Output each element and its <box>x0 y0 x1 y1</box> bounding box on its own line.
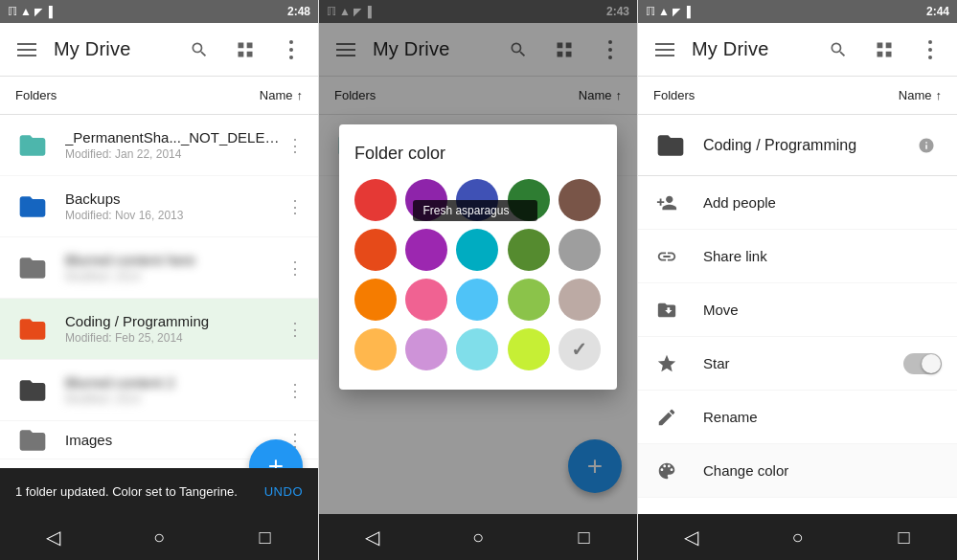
move-icon <box>653 300 680 321</box>
recent-btn-1[interactable]: □ <box>246 518 285 556</box>
color-swatch-lime[interactable] <box>508 328 550 370</box>
color-swatch-graphite[interactable] <box>559 229 601 271</box>
rename-icon <box>653 407 680 428</box>
grid-icon-3[interactable] <box>865 31 903 69</box>
menu-list: Add people Share link Move Star <box>638 176 957 551</box>
more-icon-3[interactable] <box>911 31 949 69</box>
svg-rect-2 <box>17 55 36 56</box>
color-dialog: Folder color Fresh asparagus <box>339 124 617 390</box>
folder-icon-gray2 <box>15 423 50 458</box>
color-swatch-lavender[interactable] <box>405 229 447 271</box>
svg-rect-1 <box>17 49 36 51</box>
folder-more-blurred1[interactable]: ⋮ <box>280 253 310 283</box>
color-swatch-desert-sand[interactable] <box>559 279 601 321</box>
app-bar-title-1: My Drive <box>54 38 172 60</box>
bluetooth-icon-3: ℿ <box>646 5 655 18</box>
folder-more-backups[interactable]: ⋮ <box>280 191 310 222</box>
sort-arrow-3: ↑ <box>936 88 943 102</box>
folder-more-blurred2[interactable]: ⋮ <box>280 375 310 406</box>
color-swatch-fresh-asparagus[interactable] <box>508 279 550 321</box>
folder-item-backups[interactable]: Backups Modified: Nov 16, 2013 ⋮ <box>0 176 318 237</box>
color-swatch-butterscotch[interactable] <box>354 328 397 370</box>
color-swatch-sage[interactable] <box>508 229 550 271</box>
folder-info-images1: Images <box>65 432 280 448</box>
sort-control-1[interactable]: Name ↑ <box>260 88 303 102</box>
home-btn-3[interactable]: ○ <box>779 518 817 556</box>
menu-item-move[interactable]: Move <box>638 283 957 337</box>
context-folder-name: Coding / Programming <box>703 137 896 154</box>
menu-item-star[interactable]: Star <box>638 337 957 391</box>
back-btn-3[interactable]: ◁ <box>673 518 711 556</box>
color-dialog-overlay[interactable]: Folder color Fresh asparagus <box>319 0 637 514</box>
search-icon[interactable] <box>180 31 218 69</box>
folder-date-coding: Modified: Feb 25, 2014 <box>65 331 280 345</box>
home-btn-2[interactable]: ○ <box>459 518 497 556</box>
menu-item-add-people[interactable]: Add people <box>638 176 957 230</box>
list-header-1: Folders Name ↑ <box>0 77 318 115</box>
folder-icon-orange <box>15 312 50 347</box>
wifi-icon: ◤ <box>34 6 42 18</box>
info-icon[interactable] <box>911 130 942 161</box>
search-icon-3[interactable] <box>819 31 857 69</box>
snackbar-text: 1 folder updated. Color set to Tangerine… <box>15 484 238 499</box>
folder-icon-dark <box>15 373 50 408</box>
folder-more-permanent[interactable]: ⋮ <box>280 130 310 161</box>
color-dialog-title: Folder color <box>354 144 602 164</box>
recent-btn-2[interactable]: □ <box>565 518 604 556</box>
home-btn-1[interactable]: ○ <box>140 518 178 556</box>
color-swatch-cocoa[interactable] <box>559 179 601 221</box>
menu-item-change-color[interactable]: Change color <box>638 444 957 498</box>
back-btn-2[interactable]: ◁ <box>353 518 391 556</box>
folder-item-coding[interactable]: Coding / Programming Modified: Feb 25, 2… <box>0 299 318 360</box>
back-btn-1[interactable]: ◁ <box>34 518 72 556</box>
folder-date-blurred2: Modified: 2014 <box>65 392 280 406</box>
color-swatch-pool[interactable] <box>456 328 498 370</box>
folder-item-blurred2[interactable]: Blurred content 2 Modified: 2014 ⋮ <box>0 360 318 421</box>
recent-btn-3[interactable]: □ <box>885 518 924 556</box>
color-swatch-banana[interactable] <box>354 279 397 321</box>
menu-icon-3[interactable] <box>646 31 684 69</box>
folder-icon-teal <box>15 128 50 163</box>
folder-item-permanent[interactable]: _PermanentSha..._NOT_DELETE Modified: Ja… <box>0 115 318 176</box>
grid-icon[interactable] <box>226 31 264 69</box>
menu-label-share-link: Share link <box>703 248 942 264</box>
folders-label-1: Folders <box>15 88 57 102</box>
sort-label-3: Name <box>899 88 932 102</box>
folder-info-permanent: _PermanentSha..._NOT_DELETE Modified: Ja… <box>65 129 280 161</box>
time-3: 2:44 <box>926 5 949 18</box>
star-toggle[interactable] <box>903 353 942 374</box>
folder-name-blurred2: Blurred content 2 <box>65 374 280 391</box>
status-icons-3: ℿ ▲ ◤ ▐ <box>646 5 691 18</box>
context-header: Coding / Programming <box>638 115 957 176</box>
color-swatch-sky-blue[interactable] <box>456 279 498 321</box>
folder-name-images1: Images <box>65 432 280 448</box>
folder-more-coding[interactable]: ⋮ <box>280 314 310 345</box>
signal-icon-3: ▲ <box>658 5 670 18</box>
menu-item-share-link[interactable]: Share link <box>638 230 957 283</box>
folder-info-backups: Backups Modified: Nov 16, 2013 <box>65 190 280 222</box>
color-swatch-tangerine[interactable] <box>354 229 397 271</box>
snackbar-undo[interactable]: UNDO <box>264 484 303 499</box>
color-swatch-peacock[interactable]: Fresh asparagus <box>456 229 498 271</box>
folder-icon-gray1 <box>15 251 50 285</box>
color-swatch-mauve[interactable] <box>405 328 447 370</box>
color-swatch-wisteria[interactable] <box>405 179 447 221</box>
palette-icon <box>653 460 680 482</box>
menu-label-rename: Rename <box>703 409 942 425</box>
sort-control-3[interactable]: Name ↑ <box>899 88 942 102</box>
folder-date-backups: Modified: Nov 16, 2013 <box>65 209 280 222</box>
folder-item-blurred1[interactable]: Blurred content here Modified: 2014 ⋮ <box>0 237 318 299</box>
color-swatch-cornflower[interactable] <box>456 179 498 221</box>
color-swatch-flamingo[interactable] <box>405 279 447 321</box>
more-icon[interactable] <box>272 31 310 69</box>
svg-point-16 <box>928 48 932 52</box>
folder-name-permanent: _PermanentSha..._NOT_DELETE <box>65 129 280 146</box>
color-swatch-tomato-red[interactable] <box>354 179 397 221</box>
color-swatch-silver[interactable] <box>559 328 601 370</box>
battery-icon-3: ▐ <box>683 6 691 17</box>
time-1: 2:48 <box>287 5 310 18</box>
color-swatch-basil[interactable] <box>508 179 550 221</box>
svg-rect-13 <box>655 49 674 51</box>
menu-item-rename[interactable]: Rename <box>638 391 957 444</box>
menu-icon[interactable] <box>8 31 46 69</box>
